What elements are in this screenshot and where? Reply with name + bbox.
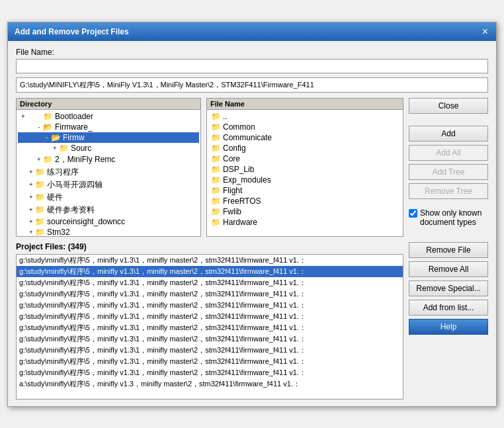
add-all-button[interactable]: Add All <box>409 145 488 161</box>
project-file-item[interactable]: g:\study\minifly\程序\5，minifly v1.3\1，min… <box>17 322 403 333</box>
main-dialog: Add and Remove Project Files × File Name… <box>7 22 497 407</box>
folder-icon: 📁 <box>35 217 45 226</box>
remove-tree-button[interactable]: Remove Tree <box>409 183 488 199</box>
tree-item-label: 硬件 <box>47 192 63 203</box>
expand-icon[interactable]: + <box>35 156 43 163</box>
project-file-item[interactable]: g:\study\minifly\程序\5，minifly v1.3\1，min… <box>17 356 403 367</box>
file-item-fwlib[interactable]: 📁 Fwlib <box>208 206 401 217</box>
file-name-panel: File Name 📁 .. 📁 Common 📁 Communicate <box>206 98 403 237</box>
tree-item-bootloader[interactable]: + 📁 Bootloader <box>18 111 199 122</box>
project-file-item[interactable]: g:\study\minifly\程序\5，minifly v1.3\1，min… <box>17 311 403 322</box>
help-button[interactable]: Help <box>409 319 488 335</box>
tree-item-firmware[interactable]: - 📂 Firmware_ <box>18 122 199 132</box>
expand-icon[interactable]: - <box>35 124 43 130</box>
project-file-item[interactable]: g:\study\minifly\程序\5，minifly v1.3\1，min… <box>17 300 403 311</box>
folder-icon: 📁 <box>211 122 221 132</box>
file-item-freertos[interactable]: 📁 FreeRTOS <box>208 196 401 206</box>
tree-item-label: Firmw <box>63 133 85 142</box>
folder-icon: 📁 <box>43 112 53 121</box>
file-item-hardware[interactable]: 📁 Hardware <box>208 217 401 228</box>
close-button[interactable]: Close <box>409 98 488 114</box>
file-item-label: Fwlib <box>223 207 241 216</box>
expand-icon[interactable]: + <box>27 229 35 235</box>
file-item-label: Config <box>223 144 246 153</box>
tree-item-yinjian-ref[interactable]: + 📁 硬件参考资料 <box>18 204 199 216</box>
file-item-flight[interactable]: 📁 Flight <box>208 185 401 196</box>
add-button[interactable]: Add <box>409 126 488 142</box>
file-item-label: Flight <box>223 186 242 195</box>
file-item-core[interactable]: 📁 Core <box>208 153 401 164</box>
folder-icon: 📁 <box>211 144 221 153</box>
path-display: G:\study\MINIFLY\程序\5，MiniFly V1.3\1，Min… <box>16 77 488 93</box>
tree-item-label: Firmware_ <box>55 122 93 132</box>
tree-item-minifly-remote[interactable]: + 📁 2，MiniFly Remc <box>18 153 199 166</box>
project-files-label: Project Files: (349) <box>16 242 403 251</box>
tree-item-sourc[interactable]: + 📁 Sourc <box>18 143 199 153</box>
tree-item-lianxi[interactable]: + 📁 练习程序 <box>18 166 199 179</box>
file-name-input[interactable] <box>16 59 488 73</box>
file-item-label: .. <box>223 112 228 121</box>
expand-icon[interactable]: + <box>51 145 59 151</box>
file-item-dsp-lib[interactable]: 📁 DSP_Lib <box>208 164 401 175</box>
file-item-config[interactable]: 📁 Config <box>208 143 401 153</box>
remove-special-button[interactable]: Remove Special... <box>409 280 488 296</box>
title-bar: Add and Remove Project Files × <box>8 22 496 41</box>
file-name-label: File Name: <box>16 48 488 57</box>
folder-icon: 📁 <box>35 193 45 202</box>
file-panel-header: File Name <box>207 99 403 110</box>
folder-icon: 📂 <box>51 133 61 142</box>
project-file-item[interactable]: g:\study\minifly\程序\5，minifly v1.3\1，min… <box>17 333 403 345</box>
show-only-known-row: Show only known document types <box>409 208 488 227</box>
expand-icon[interactable]: + <box>27 218 35 225</box>
project-files-list[interactable]: g:\study\minifly\程序\5，minifly v1.3\1，min… <box>16 254 403 400</box>
remove-all-button[interactable]: Remove All <box>409 261 488 277</box>
project-file-item[interactable]: g:\study\minifly\程序\5，minifly v1.3\1，min… <box>17 288 403 300</box>
title-bar-close-button[interactable]: × <box>481 26 489 37</box>
directory-panel: Directory + 📁 Bootloader - 📂 Firmwa <box>16 98 201 237</box>
add-from-list-button[interactable]: Add from list... <box>409 300 488 316</box>
project-file-item[interactable]: a:\study\minifly\程序\5，minifly v1.3，minif… <box>17 378 403 390</box>
show-only-known-checkbox[interactable] <box>409 209 417 218</box>
folder-icon: 📁 <box>43 155 53 164</box>
folder-icon: 📁 <box>35 167 45 177</box>
project-file-item[interactable]: g:\study\minifly\程序\5，minifly v1.3\1，min… <box>17 345 403 356</box>
directory-panel-content[interactable]: + 📁 Bootloader - 📂 Firmware_ <box>17 110 200 236</box>
add-tree-button[interactable]: Add Tree <box>409 164 488 180</box>
expand-icon[interactable]: + <box>19 113 27 120</box>
project-files-section: Project Files: (349) g:\study\minifly\程序… <box>16 242 403 400</box>
expand-icon[interactable]: + <box>27 181 35 188</box>
remove-file-button[interactable]: Remove File <box>409 242 488 258</box>
tree-item-yinjian[interactable]: + 📁 硬件 <box>18 191 199 204</box>
tree-item-firmw-selected[interactable]: - 📂 Firmw <box>18 132 199 143</box>
file-item-label: FreeRTOS <box>223 196 261 206</box>
file-item-exp-modules[interactable]: 📁 Exp_modules <box>208 175 401 185</box>
file-item-label: Hardware <box>223 218 257 227</box>
tree-item-label: 小马哥开源四轴 <box>47 179 103 191</box>
file-panel-content[interactable]: 📁 .. 📁 Common 📁 Communicate 📁 Config <box>207 110 403 236</box>
tree-item-sourceinsight[interactable]: + 📁 sourceinsight_downcc <box>18 216 199 227</box>
expand-icon[interactable]: - <box>43 134 51 141</box>
tree-item-xiaoma[interactable]: + 📁 小马哥开源四轴 <box>18 179 199 191</box>
folder-icon: 📁 <box>211 133 221 142</box>
tree-item-label: 硬件参考资料 <box>47 204 95 216</box>
show-only-known-label: Show only known document types <box>420 208 488 227</box>
tree-item-stm32[interactable]: + 📁 Stm32 <box>18 227 199 236</box>
file-item-common[interactable]: 📁 Common <box>208 122 401 132</box>
project-file-item[interactable]: g:\study\minifly\程序\5，minifly v1.3\1，min… <box>17 255 403 266</box>
bottom-section: Project Files: (349) g:\study\minifly\程序… <box>16 242 488 400</box>
folder-icon: 📁 <box>211 218 221 227</box>
tree-item-label: Stm32 <box>47 228 70 236</box>
file-item-communicate[interactable]: 📁 Communicate <box>208 132 401 143</box>
folder-icon: 📁 <box>211 165 221 174</box>
expand-icon[interactable]: + <box>27 169 35 175</box>
tree-item-label: Sourc <box>71 144 91 153</box>
expand-icon[interactable]: + <box>27 194 35 200</box>
expand-icon[interactable]: + <box>27 206 35 213</box>
file-item-dotdot[interactable]: 📁 .. <box>208 111 401 122</box>
file-item-label: Core <box>223 154 240 163</box>
project-file-item-selected[interactable]: g:\study\minifly\程序\5，minifly v1.3\1，min… <box>17 266 403 277</box>
project-file-item[interactable]: g:\study\minifly\程序\5，minifly v1.3\1，min… <box>17 367 403 378</box>
tree-item-label: Bootloader <box>55 112 93 121</box>
folder-icon: 📁 <box>35 205 45 214</box>
project-file-item[interactable]: g:\study\minifly\程序\5，minifly v1.3\1，min… <box>17 277 403 288</box>
